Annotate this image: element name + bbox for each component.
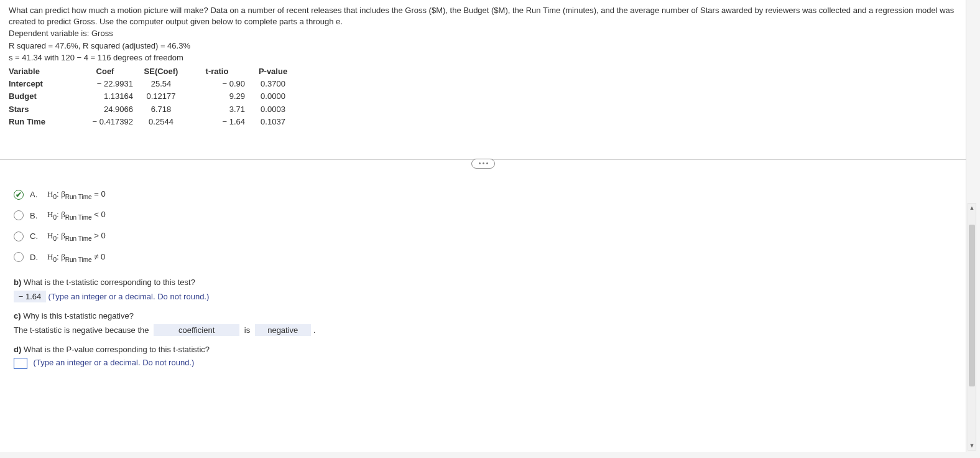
col-secoef: SE(Coef) (133, 65, 189, 78)
option-d[interactable]: D. H0: βRun Time ≠ 0 (14, 248, 954, 269)
col-variable: Variable (9, 65, 77, 78)
table-row: Stars 24.9066 6.718 3.71 0.0003 (9, 103, 958, 116)
radio-b[interactable] (14, 210, 24, 220)
question-d: d) What is the P-value corresponding to … (14, 345, 954, 354)
option-letter: D. (30, 253, 41, 262)
scroll-down-icon[interactable]: ▼ (968, 441, 976, 450)
table-row: Intercept − 22.9931 25.54 − 0.90 0.3700 (9, 78, 958, 90)
table-row: Budget 1.13164 0.12177 9.29 0.0000 (9, 90, 958, 103)
question-b: b) What is the t-statistic corresponding… (14, 278, 954, 287)
section-divider (0, 159, 966, 168)
dropdown-c2[interactable]: negative (255, 324, 311, 336)
answer-b-line: − 1.64 (Type an integer or a decimal. Do… (14, 291, 954, 302)
col-tratio: t-ratio (189, 65, 245, 78)
regression-table: Variable Coef SE(Coef) t-ratio P-value I… (9, 65, 958, 128)
intro-text: What can predict how much a motion pictu… (9, 5, 958, 27)
radio-d[interactable] (14, 252, 24, 262)
radio-c[interactable] (14, 231, 24, 241)
option-letter: B. (30, 211, 41, 220)
table-header-row: Variable Coef SE(Coef) t-ratio P-value (9, 65, 958, 78)
col-pvalue: P-value (245, 65, 301, 78)
scroll-thumb[interactable] (969, 225, 975, 386)
answer-b-value[interactable]: − 1.64 (14, 291, 46, 302)
vertical-scrollbar[interactable]: ▲ ▼ (968, 203, 976, 451)
option-c[interactable]: C. H0: βRun Time > 0 (14, 227, 954, 248)
page: What can predict how much a motion pictu… (0, 0, 966, 452)
hypothesis-c: H0: βRun Time > 0 (47, 231, 106, 242)
answer-c-sentence: The t-statistic is negative because the … (14, 324, 954, 336)
app-frame: What can predict how much a motion pictu… (0, 0, 980, 458)
check-icon: ✔ (16, 191, 22, 199)
question-body: ✔ A. H0: βRun Time = 0 B. H0: βRun Time … (0, 179, 966, 381)
answer-d-hint: (Type an integer or a decimal. Do not ro… (31, 358, 194, 368)
radio-a[interactable]: ✔ (14, 190, 24, 200)
option-group-a: ✔ A. H0: βRun Time = 0 B. H0: βRun Time … (14, 185, 954, 269)
scroll-up-icon[interactable]: ▲ (968, 203, 976, 212)
question-c: c) Why is this t-statistic negative? (14, 311, 954, 320)
answer-b-hint: (Type an integer or a decimal. Do not ro… (46, 292, 209, 301)
hypothesis-b: H0: βRun Time < 0 (47, 210, 106, 221)
scroll-track[interactable] (968, 212, 976, 441)
r-squared-line: R squared = 47.6%, R squared (adjusted) … (9, 40, 958, 52)
col-coef: Coef (77, 65, 133, 78)
question-header: What can predict how much a motion pictu… (0, 0, 966, 128)
s-line: s = 41.34 with 120 − 4 = 116 degrees of … (9, 52, 958, 63)
table-row: Run Time − 0.417392 0.2544 − 1.64 0.1037 (9, 116, 958, 128)
expand-toggle[interactable] (471, 159, 495, 169)
option-a[interactable]: ✔ A. H0: βRun Time = 0 (14, 185, 954, 207)
answer-d-line: (Type an integer or a decimal. Do not ro… (14, 358, 954, 369)
dropdown-c1[interactable]: coefficient (154, 324, 239, 336)
option-letter: C. (30, 231, 41, 241)
hypothesis-d: H0: βRun Time ≠ 0 (47, 252, 105, 263)
answer-d-input[interactable] (14, 358, 27, 369)
dependent-variable: Dependent variable is: Gross (9, 28, 958, 39)
hypothesis-a: H0: βRun Time = 0 (47, 189, 106, 200)
option-letter: A. (30, 190, 41, 199)
option-b[interactable]: B. H0: βRun Time < 0 (14, 206, 954, 227)
